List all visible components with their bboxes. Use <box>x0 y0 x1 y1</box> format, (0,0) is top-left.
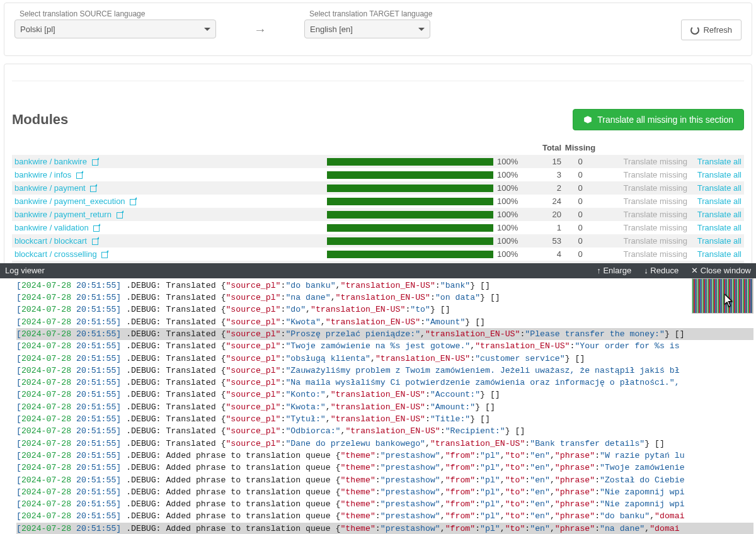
external-link-icon <box>92 239 98 245</box>
translate-all-label: Translate all missing in this section <box>597 115 733 125</box>
module-row: bankwire / validation 100%10Translate mi… <box>12 221 744 234</box>
module-name[interactable]: bankwire / infos <box>14 170 327 179</box>
external-link-icon <box>117 212 123 219</box>
translate-missing-link: Translate missing <box>599 183 687 193</box>
progress-percent: 100% <box>493 157 524 166</box>
log-line: [2024-07-28 20:51:55] .DEBUG: Translated… <box>16 280 753 292</box>
log-line: [2024-07-28 20:51:55] .DEBUG: Translated… <box>16 425 753 437</box>
log-minimap[interactable] <box>692 278 753 314</box>
translate-missing-link: Translate missing <box>599 210 687 219</box>
modules-header: Modules Translate all missing in this se… <box>12 109 744 130</box>
module-row: bankwire / infos 100%30Translate missing… <box>12 168 744 181</box>
row-total: 20 <box>524 210 561 219</box>
external-link-icon <box>101 252 108 258</box>
row-total: 4 <box>524 249 561 259</box>
progress-bar <box>327 251 493 258</box>
module-name[interactable]: blockcart / crossselling <box>14 249 327 259</box>
progress-percent: 100% <box>493 236 524 246</box>
progress-bar <box>327 158 493 166</box>
arrow-right-icon: → <box>254 23 266 37</box>
module-name[interactable]: bankwire / validation <box>14 223 327 232</box>
log-line: [2024-07-28 20:51:55] .DEBUG: Added phra… <box>16 498 753 510</box>
row-total: 1 <box>524 223 561 232</box>
target-language-label: Select translation TARGET language <box>304 9 432 18</box>
module-row: bankwire / payment_execution 100%240Tran… <box>12 195 744 208</box>
module-name[interactable]: bankwire / bankwire <box>14 157 327 166</box>
module-name[interactable]: bankwire / payment_return <box>14 210 327 219</box>
translate-missing-link: Translate missing <box>599 223 687 232</box>
log-reduce-button[interactable]: ↓ Reduce <box>644 266 679 275</box>
log-line: [2024-07-28 20:51:55] .DEBUG: Translated… <box>16 353 753 365</box>
log-content[interactable]: [2024-07-28 20:51:55] .DEBUG: Translated… <box>0 278 756 534</box>
row-missing: 0 <box>561 170 599 179</box>
module-name[interactable]: blockcart / blockcart <box>14 236 327 246</box>
progress-bar <box>327 171 493 179</box>
row-missing: 0 <box>561 249 599 259</box>
translate-missing-link: Translate missing <box>599 236 687 246</box>
progress-percent: 100% <box>493 210 524 219</box>
language-group: Select translation SOURCE language Polsk… <box>14 9 432 38</box>
log-line: [2024-07-28 20:51:55] .DEBUG: Translated… <box>16 304 753 315</box>
log-enlarge-button[interactable]: ↑ Enlarge <box>597 266 631 275</box>
log-line: [2024-07-28 20:51:55] .DEBUG: Translated… <box>16 316 753 328</box>
translate-all-link[interactable]: Translate all <box>687 170 742 179</box>
translate-missing-link: Translate missing <box>599 157 687 166</box>
log-line: [2024-07-28 20:51:55] .DEBUG: Translated… <box>16 413 753 425</box>
translate-all-link[interactable]: Translate all <box>687 223 742 232</box>
source-language-value: Polski [pl] <box>20 25 55 34</box>
log-line: [2024-07-28 20:51:55] .DEBUG: Added phra… <box>16 450 753 462</box>
modules-column-headers: Total Missing <box>12 143 744 155</box>
panel-divider <box>12 81 744 81</box>
translate-all-missing-button[interactable]: Translate all missing in this section <box>573 109 744 130</box>
log-line: [2024-07-28 20:51:55] .DEBUG: Added phra… <box>16 523 753 534</box>
target-language-select[interactable]: English [en] <box>304 20 430 38</box>
row-missing: 0 <box>561 157 599 166</box>
refresh-button[interactable]: Refresh <box>681 20 742 40</box>
progress-bar <box>327 211 493 219</box>
refresh-label: Refresh <box>703 25 732 35</box>
log-line: [2024-07-28 20:51:55] .DEBUG: Added phra… <box>16 510 753 522</box>
translate-all-link[interactable]: Translate all <box>687 210 742 219</box>
module-row: blockcart / blockcart 100%530Translate m… <box>12 234 744 247</box>
translate-missing-link: Translate missing <box>599 196 687 206</box>
log-line: [2024-07-28 20:51:55] .DEBUG: Translated… <box>16 340 753 352</box>
module-row: blockcart / crossselling 100%40Translate… <box>12 247 744 261</box>
row-missing: 0 <box>561 196 599 206</box>
translate-all-link[interactable]: Translate all <box>687 157 742 166</box>
external-link-icon <box>76 173 83 179</box>
source-language-label: Select translation SOURCE language <box>14 9 216 18</box>
col-total-header: Total <box>524 143 561 152</box>
progress-bar <box>327 185 493 192</box>
log-viewer: Log viewer ↑ Enlarge ↓ Reduce ✕ Close wi… <box>0 263 756 534</box>
row-total: 53 <box>524 236 561 246</box>
translate-all-link[interactable]: Translate all <box>687 183 742 193</box>
log-line: [2024-07-28 20:51:55] .DEBUG: Translated… <box>16 377 753 389</box>
translate-missing-link: Translate missing <box>599 249 687 259</box>
target-language-field: Select translation TARGET language Engli… <box>304 9 432 38</box>
progress-percent: 100% <box>493 223 524 232</box>
log-line: [2024-07-28 20:51:55] .DEBUG: Translated… <box>16 292 753 304</box>
module-row: bankwire / bankwire 100%150Translate mis… <box>12 155 744 168</box>
translate-all-link[interactable]: Translate all <box>687 196 742 206</box>
log-line: [2024-07-28 20:51:55] .DEBUG: Added phra… <box>16 474 753 486</box>
language-panel: Select translation SOURCE language Polsk… <box>4 3 752 56</box>
module-name[interactable]: bankwire / payment_execution <box>14 196 327 206</box>
source-language-select[interactable]: Polski [pl] <box>14 20 216 38</box>
source-language-field: Select translation SOURCE language Polsk… <box>14 9 216 38</box>
log-line: [2024-07-28 20:51:55] .DEBUG: Translated… <box>16 365 753 377</box>
translate-all-link[interactable]: Translate all <box>687 249 742 259</box>
row-missing: 0 <box>561 210 599 219</box>
row-missing: 0 <box>561 236 599 246</box>
chevron-down-icon <box>418 28 425 31</box>
log-line: [2024-07-28 20:51:55] .DEBUG: Translated… <box>16 401 753 413</box>
chevron-down-icon <box>204 28 210 31</box>
log-line: [2024-07-28 20:51:55] .DEBUG: Added phra… <box>16 486 753 498</box>
translate-all-link[interactable]: Translate all <box>687 236 742 246</box>
log-close-button[interactable]: ✕ Close window <box>691 266 751 275</box>
module-name[interactable]: bankwire / payment <box>14 183 327 193</box>
log-line: [2024-07-28 20:51:55] .DEBUG: Translated… <box>16 438 753 450</box>
progress-bar <box>327 237 493 245</box>
external-link-icon <box>130 199 136 205</box>
log-viewer-title: Log viewer <box>5 266 45 275</box>
progress-percent: 100% <box>493 183 524 193</box>
